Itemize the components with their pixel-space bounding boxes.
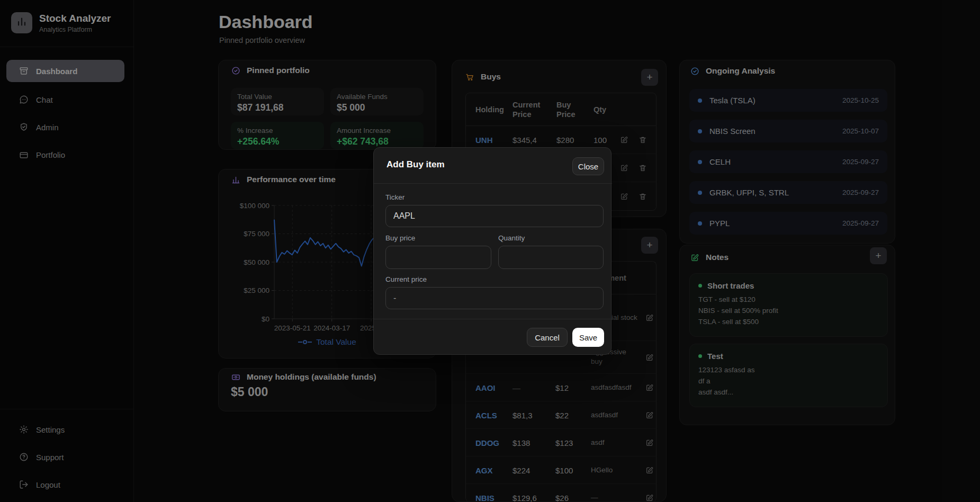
save-button[interactable]: Save [572, 328, 604, 347]
ticker-label: Ticker [385, 193, 404, 201]
current-price-input[interactable] [385, 287, 604, 309]
ticker-input[interactable] [385, 205, 604, 227]
modal-footer-divider [374, 319, 612, 319]
close-button[interactable]: Close [572, 157, 604, 175]
quantity-label: Quantity [498, 234, 525, 242]
current-price-label: Current price [385, 275, 427, 283]
quantity-input[interactable] [498, 246, 604, 269]
modal-title: Add Buy item [386, 159, 445, 170]
app-root: Stock Analyzer Analytics Platform Dashbo… [0, 0, 980, 502]
buy-price-label: Buy price [385, 234, 415, 242]
cancel-button[interactable]: Cancel [527, 328, 568, 347]
buy-price-input[interactable] [385, 246, 491, 269]
modal-header-divider [374, 183, 612, 184]
add-buy-modal: Add Buy item Close Ticker Buy price Quan… [373, 147, 612, 355]
